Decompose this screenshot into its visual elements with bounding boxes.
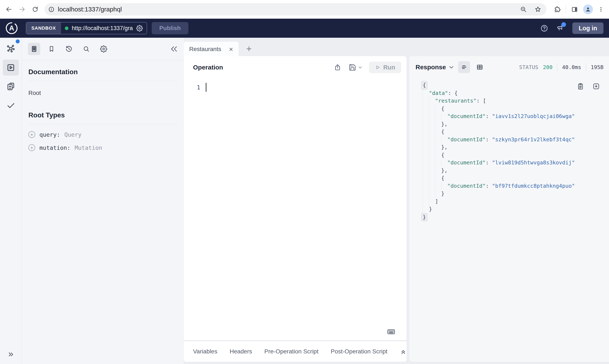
operation-tab-strip: Restaurants × + [184, 41, 252, 56]
indent-guide [429, 143, 435, 151]
saved-operations-icon[interactable] [45, 43, 58, 55]
json-line: { [423, 174, 609, 182]
toolbar-divider [566, 5, 566, 13]
json-line: { [423, 151, 609, 159]
indent-guide [435, 167, 441, 175]
connection-status-dot [65, 26, 68, 30]
response-size: 195B [591, 64, 604, 70]
response-menu-chevron-icon[interactable] [448, 64, 454, 70]
bottom-tab-headers[interactable]: Headers [230, 348, 252, 355]
close-tab-icon[interactable]: × [229, 46, 233, 53]
checks-icon[interactable] [3, 97, 19, 113]
explorer-icon[interactable] [3, 60, 19, 76]
history-icon[interactable] [63, 43, 75, 55]
root-types-title: Root Types [28, 111, 177, 119]
keyboard-shortcuts-icon[interactable] [387, 327, 396, 336]
forward-icon[interactable] [17, 5, 27, 14]
stat-divider [586, 64, 586, 71]
collapse-panel-icon[interactable] [170, 45, 178, 53]
indent-guide [435, 143, 441, 151]
root-link[interactable]: Root [28, 90, 177, 96]
json-key: "documentId" [447, 136, 486, 144]
announcements-icon[interactable] [556, 24, 564, 32]
publish-button[interactable]: Publish [152, 22, 188, 34]
operation-bottom-bar: VariablesHeadersPre-Operation ScriptPost… [184, 340, 407, 362]
root-type-row-mutation[interactable]: +mutation:Mutation [28, 142, 177, 153]
indent-guide [435, 113, 441, 120]
download-response-icon[interactable] [592, 82, 600, 90]
endpoint-input[interactable]: http://localhost:1337/gra... [61, 23, 147, 34]
bottom-tab-variables[interactable]: Variables [193, 348, 217, 355]
indent-guide [429, 167, 435, 175]
bottom-tab-pre-operation-script[interactable]: Pre-Operation Script [264, 348, 319, 355]
fold-marker[interactable]: { [421, 81, 428, 90]
json-line: "documentId": "lviw819d5htwvga8s3kovdij" [423, 159, 609, 167]
indent-guide [435, 159, 441, 167]
copy-response-icon[interactable] [577, 82, 584, 90]
indent-guide [429, 174, 435, 182]
root-type-row-query[interactable]: +query:Query [28, 129, 177, 140]
connection-settings-icon[interactable] [136, 25, 143, 32]
workspace: » [0, 38, 609, 364]
documentation-tab-icon[interactable] [28, 43, 40, 55]
operation-editor[interactable]: 1 [184, 83, 407, 92]
address-bar[interactable]: localhost:1337/graphql [44, 3, 546, 15]
json-line: { [423, 128, 609, 136]
expand-rail-icon[interactable]: » [0, 349, 22, 359]
browser-menu-icon[interactable] [598, 6, 604, 12]
save-operation-control[interactable] [349, 64, 363, 71]
extensions-icon[interactable] [554, 6, 561, 13]
indent-guide [429, 128, 435, 136]
share-operation-icon[interactable] [334, 64, 341, 71]
run-button[interactable]: Run [369, 62, 401, 73]
save-menu-chevron-icon [358, 65, 363, 70]
sandbox-badge: SANDBOX [26, 23, 61, 34]
apollo-logo[interactable]: A [5, 22, 18, 34]
json-punct: : [486, 113, 492, 120]
help-icon[interactable] [540, 24, 548, 32]
divider [28, 124, 177, 124]
zoom-out-icon[interactable] [520, 6, 527, 13]
table-view-icon[interactable] [474, 61, 486, 73]
json-key: "restaurants" [435, 97, 477, 105]
json-punct: : [486, 136, 492, 144]
url-text[interactable]: localhost:1337/graphql [58, 6, 122, 13]
response-stats: STATUS 200 40.0ms 195B [519, 64, 604, 71]
profile-avatar[interactable] [583, 4, 593, 14]
login-button[interactable]: Log in [572, 23, 604, 34]
indent-guide [435, 128, 441, 136]
json-punct: : [486, 159, 492, 167]
stat-divider [557, 64, 557, 71]
json-string: "lviw819d5htwvga8s3kovdij" [492, 159, 575, 167]
endpoint-url[interactable]: http://localhost:1337/gra... [72, 25, 133, 32]
expand-type-icon[interactable]: + [28, 144, 35, 151]
schema-diff-icon[interactable] [3, 78, 19, 94]
side-panel-icon[interactable] [571, 6, 578, 13]
reload-icon[interactable] [30, 5, 40, 14]
documentation-panel: Documentation Root Root Types +query:Que… [22, 38, 184, 364]
settings-icon[interactable] [97, 43, 110, 55]
expand-type-icon[interactable]: + [28, 131, 35, 138]
indent-guide [441, 113, 447, 120]
indent-guide [429, 105, 435, 113]
search-icon[interactable] [80, 43, 92, 55]
back-icon[interactable] [4, 5, 13, 14]
fold-marker[interactable]: } [421, 213, 428, 221]
bookmark-star-icon[interactable] [534, 6, 541, 13]
json-punct: : { [448, 90, 457, 97]
indent-guide [435, 151, 441, 159]
save-icon [349, 64, 356, 71]
divider [28, 81, 177, 81]
new-tab-icon[interactable]: + [246, 44, 252, 53]
site-info-icon[interactable] [48, 6, 54, 13]
operation-panel: Operation Run 1 [184, 56, 407, 362]
json-punct: } [441, 190, 444, 198]
json-punct: { [441, 174, 444, 182]
tab-label[interactable]: Restaurants [189, 46, 229, 52]
expand-bottom-panel-icon[interactable] [400, 348, 407, 355]
tab-restaurants[interactable]: Restaurants × [184, 42, 239, 56]
bottom-tab-post-operation-script[interactable]: Post-Operation Script [331, 348, 388, 355]
json-punct: }, [441, 167, 448, 175]
indent-guide [429, 159, 435, 167]
json-view-icon[interactable] [458, 61, 470, 73]
